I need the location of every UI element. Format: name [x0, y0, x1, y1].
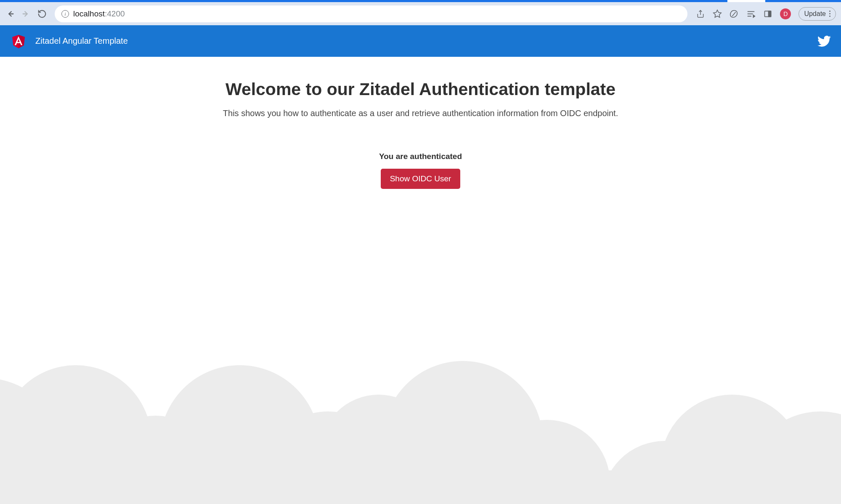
- show-oidc-user-button[interactable]: Show OIDC User: [381, 169, 461, 189]
- profile-avatar[interactable]: D: [780, 8, 791, 19]
- svg-marker-12: [19, 34, 25, 48]
- back-button[interactable]: [5, 9, 15, 19]
- main-content: Welcome to our Zitadel Authentication te…: [0, 57, 841, 189]
- auth-status: You are authenticated: [379, 152, 462, 161]
- svg-rect-24: [0, 470, 841, 504]
- url-host: localhost: [73, 9, 105, 18]
- twitter-icon[interactable]: [817, 34, 831, 48]
- svg-rect-10: [769, 11, 771, 16]
- browser-toolbar: i localhost:4200 D Update: [0, 0, 841, 25]
- url-display: localhost:4200: [73, 9, 125, 19]
- page-title: Welcome to our Zitadel Authentication te…: [226, 80, 615, 99]
- share-icon[interactable]: [696, 9, 705, 19]
- playlist-icon[interactable]: [746, 9, 756, 19]
- svg-marker-3: [714, 10, 721, 17]
- chrome-actions-group: D Update: [696, 7, 836, 21]
- clouds-decoration: [0, 344, 841, 504]
- active-tab-indicator: [727, 0, 765, 2]
- svg-line-4: [732, 12, 736, 16]
- angular-logo-icon: [10, 33, 27, 50]
- nav-buttons-group: [5, 9, 47, 19]
- app-title: Zitadel Angular Template: [35, 36, 128, 46]
- address-bar[interactable]: i localhost:4200: [55, 5, 687, 22]
- app-header: Zitadel Angular Template: [0, 25, 841, 57]
- forward-button[interactable]: [21, 9, 31, 19]
- profile-initial: D: [783, 11, 788, 17]
- panel-icon[interactable]: [763, 9, 772, 19]
- site-info-icon[interactable]: i: [61, 10, 69, 18]
- menu-dots-icon: [829, 11, 830, 17]
- url-port: :4200: [105, 9, 125, 18]
- update-button[interactable]: Update: [799, 7, 836, 21]
- reload-button[interactable]: [37, 9, 47, 19]
- update-label: Update: [804, 10, 826, 18]
- page-subtitle: This shows you how to authenticate as a …: [223, 109, 618, 118]
- bookmark-star-icon[interactable]: [713, 9, 722, 19]
- app-header-left: Zitadel Angular Template: [10, 33, 128, 50]
- leaf-icon[interactable]: [730, 9, 739, 19]
